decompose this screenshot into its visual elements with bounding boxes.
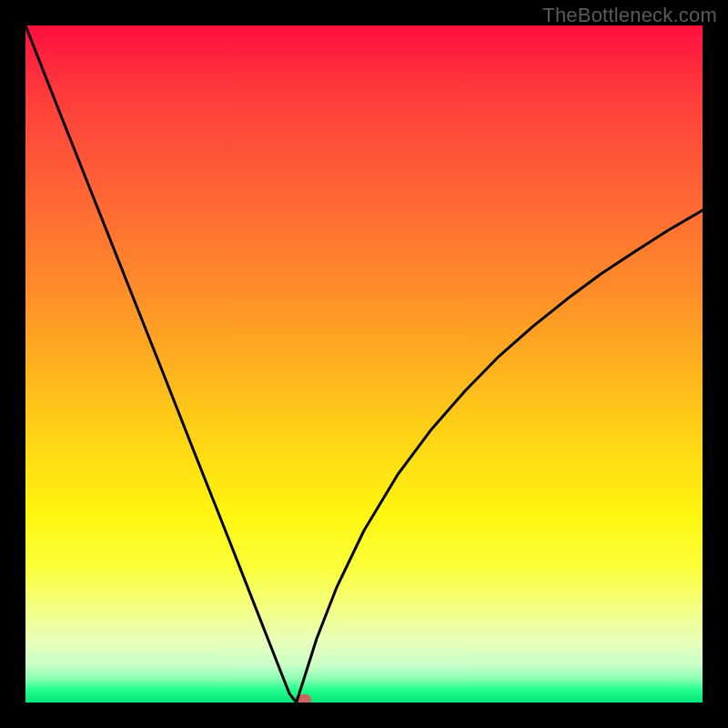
watermark-text: TheBottleneck.com (542, 4, 717, 27)
chart-frame: TheBottleneck.com (0, 0, 728, 728)
plot-area (25, 25, 703, 703)
bottleneck-curve (25, 25, 703, 703)
